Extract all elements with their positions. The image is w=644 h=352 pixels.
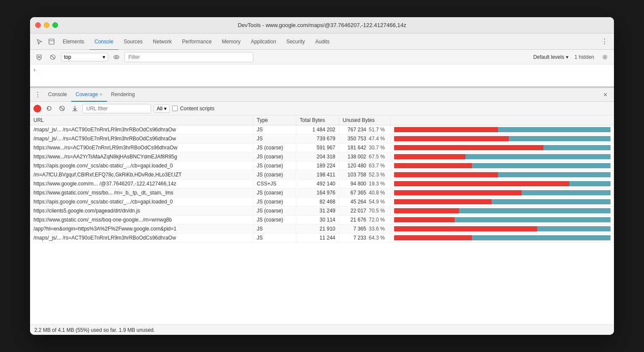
col-header-unused[interactable]: Unused Bytes: [339, 115, 391, 125]
svg-rect-0: [49, 39, 54, 44]
cell-url: https://apis.google.com/_scs/abc-static/…: [30, 197, 253, 206]
close-button[interactable]: [35, 22, 41, 28]
settings-icon[interactable]: [599, 52, 611, 63]
cell-unused-bytes: 67 365 40.8 %: [339, 188, 391, 197]
cell-total-bytes: 1 484 202: [296, 125, 339, 134]
content-scripts-checkbox[interactable]: [172, 106, 178, 111]
dock-icon[interactable]: [46, 36, 58, 48]
eye-icon[interactable]: [111, 52, 122, 63]
table-row[interactable]: https://www.../rs=ACT90oE7nRnrLR9m3hrRBo…: [30, 143, 614, 152]
cell-bar: [391, 143, 614, 152]
block-coverage-icon[interactable]: [57, 103, 67, 114]
cell-total-bytes: 492 140: [296, 179, 339, 188]
filter-input[interactable]: [125, 52, 253, 62]
cell-unused-bytes: 767 234 51.7 %: [339, 125, 391, 134]
cell-bar: [391, 152, 614, 161]
cell-type: JS (coarse): [253, 206, 296, 215]
panel-tab-coverage[interactable]: Coverage ×: [71, 88, 106, 102]
tab-memory[interactable]: Memory: [217, 34, 246, 50]
cell-bar: [391, 188, 614, 197]
traffic-lights: [35, 22, 58, 28]
col-header-total[interactable]: Total Bytes: [296, 115, 339, 125]
more-menu-button[interactable]: ⋮: [598, 36, 611, 48]
type-selected-value: All: [157, 106, 162, 112]
panel-tab-console[interactable]: Console: [44, 88, 71, 102]
table-row[interactable]: https://apis.google.com/_scs/abc-static/…: [30, 161, 614, 170]
table-row[interactable]: /app?hl=en&origin=https%3A%2F%2Fwww.goog…: [30, 225, 614, 234]
cell-bar: [391, 161, 614, 170]
console-area: ›: [30, 64, 614, 88]
col-header-bar: [391, 115, 614, 125]
cell-type: JS (coarse): [253, 215, 296, 224]
type-selector[interactable]: All ▾: [154, 104, 170, 113]
cell-url: https://apis.google.com/_scs/abc-static/…: [30, 161, 253, 170]
table-row[interactable]: /maps/_js/... /rs=ACT90oE7nRnrLR9m3hrRBo…: [30, 234, 614, 243]
cell-total-bytes: 591 967: [296, 143, 339, 152]
tab-performance[interactable]: Performance: [177, 34, 217, 50]
cell-bar: [391, 134, 614, 143]
tab-elements[interactable]: Elements: [58, 34, 89, 50]
table-row[interactable]: /maps/_js/... /rs=ACT90oE7nRnrLR9m3hrRBo…: [30, 125, 614, 134]
cell-unused-bytes: 138 002 67.5 %: [339, 152, 391, 161]
cell-unused-bytes: 22 017 70.5 %: [339, 206, 391, 215]
col-header-url[interactable]: URL: [30, 115, 253, 125]
hidden-count: 1 hidden: [574, 54, 594, 60]
cell-type: CSS+JS: [253, 179, 296, 188]
cell-unused-bytes: 7 365 33.6 %: [339, 225, 391, 233]
table-row[interactable]: https://www.gstatic.com/_mss/bo... /m=_b…: [30, 188, 614, 197]
cell-bar: [391, 179, 614, 188]
log-levels-button[interactable]: Default levels ▾: [530, 53, 572, 61]
panel-tab-rendering[interactable]: Rendering: [107, 88, 139, 102]
maximize-button[interactable]: [52, 22, 58, 28]
panel-close-button[interactable]: ×: [600, 90, 611, 100]
cell-type: JS: [253, 225, 296, 233]
minimize-button[interactable]: [44, 22, 49, 28]
tab-application[interactable]: Application: [246, 34, 281, 50]
tab-audits[interactable]: Audits: [310, 34, 334, 50]
panel-tabs-bar: ⋮ Console Coverage × Rendering ×: [30, 88, 614, 102]
tab-network[interactable]: Network: [148, 34, 177, 50]
panel-more-button[interactable]: ⋮: [33, 91, 42, 99]
cell-type: JS (coarse): [253, 152, 296, 161]
cell-total-bytes: 11 244: [296, 234, 339, 242]
cell-url: /maps/_js/... /rs=ACT90oE7nRnrLR9m3hrRBo…: [30, 234, 253, 242]
table-body: /maps/_js/... /rs=ACT90oE7nRnrLR9m3hrRBo…: [30, 125, 614, 243]
download-icon[interactable]: [70, 103, 80, 114]
table-row[interactable]: https://apis.google.com/_scs/abc-static/…: [30, 197, 614, 206]
table-row[interactable]: /m=A7fCU,BVgquf,CBIRxf,EFQ78c,GkRiKb,HDv…: [30, 170, 614, 179]
col-header-type[interactable]: Type: [253, 115, 296, 125]
context-selector[interactable]: top ▾: [61, 53, 108, 61]
cell-url: https://www.../rs=AA2YrTsMaAZqN8kjHAsBNC…: [30, 152, 253, 161]
cell-bar: [391, 225, 614, 233]
coverage-toolbar: All ▾ Content scripts: [30, 102, 614, 115]
content-scripts-label[interactable]: Content scripts: [172, 106, 214, 112]
cell-bar: [391, 197, 614, 206]
title-bar: DevTools - www.google.com/maps/@37.76462…: [30, 17, 614, 33]
table-row[interactable]: /maps/_js/... /rs=ACT90oE7nRnrLR9m3hrRBo…: [30, 134, 614, 143]
cursor-icon[interactable]: [33, 36, 46, 48]
cell-type: JS (coarse): [253, 143, 296, 152]
svg-point-7: [114, 55, 119, 59]
cell-total-bytes: 21 910: [296, 225, 339, 233]
table-row[interactable]: https://www.google.com/m... /@37.7646207…: [30, 179, 614, 188]
table-row[interactable]: https://www.gstatic.com/_mss/boq-one-goo…: [30, 215, 614, 225]
console-prompt[interactable]: ›: [33, 66, 36, 73]
table-row[interactable]: https://clients5.google.com/pagead/drt/d…: [30, 206, 614, 215]
tab-security[interactable]: Security: [281, 34, 310, 50]
table-row[interactable]: https://www.../rs=AA2YrTsMaAZqN8kjHAsBNC…: [30, 152, 614, 161]
cell-unused-bytes: 120 480 63.7 %: [339, 161, 391, 170]
panel-tab-close-icon[interactable]: ×: [100, 92, 102, 97]
cell-type: JS: [253, 234, 296, 242]
cell-unused-bytes: 7 233 64.3 %: [339, 234, 391, 242]
cell-url: https://www.../rs=ACT90oE7nRnrLR9m3hrRBo…: [30, 143, 253, 152]
url-filter-input[interactable]: [82, 104, 151, 113]
refresh-icon[interactable]: [44, 103, 54, 114]
panel-tab-rendering-label: Rendering: [111, 91, 135, 97]
block-icon[interactable]: [47, 52, 58, 63]
clear-console-button[interactable]: [33, 52, 45, 63]
record-button[interactable]: [33, 105, 41, 112]
tab-sources[interactable]: Sources: [118, 34, 148, 50]
tab-console[interactable]: Console: [89, 34, 118, 50]
cell-unused-bytes: 181 642 30.7 %: [339, 143, 391, 152]
cell-total-bytes: 82 468: [296, 197, 339, 206]
